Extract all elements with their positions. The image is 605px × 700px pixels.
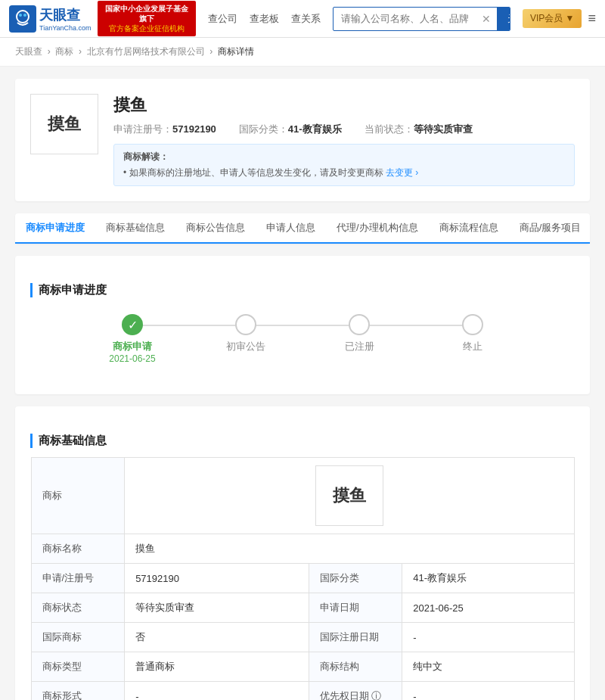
tm-name: 摸鱼 bbox=[113, 94, 575, 117]
svg-point-1 bbox=[19, 14, 22, 17]
vip-button[interactable]: VIP会员 ▼ bbox=[523, 9, 582, 28]
logo-area: 天眼查 TianYanCha.com bbox=[9, 5, 92, 33]
breadcrumb: 天眼查 › 商标 › 北京有竹居网络技术有限公司 › 商标详情 bbox=[0, 38, 605, 67]
breadcrumb-trademark[interactable]: 商标 bbox=[55, 46, 73, 57]
value-apply-date: 2021-06-25 bbox=[402, 593, 574, 623]
value-tm-type: 普通商标 bbox=[125, 652, 309, 682]
header: 天眼查 TianYanCha.com 国家中小企业发展子基金旗下 官方备案企业征… bbox=[0, 0, 605, 38]
info-table: 商标 摸鱼 商标名称 摸鱼 申请/注册号 57192190 国际分类 41-教育… bbox=[30, 457, 575, 700]
progress-step-3: 已注册 bbox=[302, 314, 416, 353]
nav-links: 查公司 查老板 查关系 bbox=[208, 12, 321, 26]
promo-line2: 官方备案企业征信机构 bbox=[102, 23, 191, 33]
search-area: ✕ 天眼一下 bbox=[333, 7, 510, 31]
breadcrumb-home[interactable]: 天眼查 bbox=[15, 46, 42, 57]
value-tm-structure: 纯中文 bbox=[402, 652, 574, 682]
tm-info: 摸鱼 申请注册号：57192190 国际分类：41-教育娱乐 当前状态：等待实质… bbox=[113, 94, 575, 186]
table-row-name: 商标名称 摸鱼 bbox=[31, 534, 574, 564]
breadcrumb-company[interactable]: 北京有竹居网络技术有限公司 bbox=[87, 46, 205, 57]
nav-relation[interactable]: 查关系 bbox=[291, 12, 321, 26]
label-trademark: 商标 bbox=[31, 458, 125, 534]
logo-subtext: TianYanCha.com bbox=[39, 24, 92, 32]
value-int-class: 41-教育娱乐 bbox=[402, 564, 574, 593]
value-trademark-image: 摸鱼 bbox=[125, 458, 574, 534]
step-circle-done: ✓ bbox=[122, 314, 143, 335]
step-circle-empty-4 bbox=[462, 314, 483, 335]
step-label-3: 已注册 bbox=[345, 340, 374, 353]
label-reg-no: 申请/注册号 bbox=[31, 564, 125, 593]
promo-banner: 国家中小企业发展子基金旗下 官方备案企业征信机构 bbox=[98, 1, 196, 36]
value-tm-form: - bbox=[125, 682, 309, 701]
tab-flow[interactable]: 商标流程信息 bbox=[429, 213, 509, 244]
value-intl-tm: 否 bbox=[125, 623, 309, 652]
progress-step-2: 初审公告 bbox=[189, 314, 302, 353]
tab-agency[interactable]: 代理/办理机构信息 bbox=[326, 213, 429, 244]
svg-point-0 bbox=[17, 11, 29, 23]
progress-title: 商标申请进度 bbox=[30, 283, 575, 297]
notice-link[interactable]: 去变更 › bbox=[386, 167, 418, 178]
tabs: 商标申请进度 商标基础信息 商标公告信息 申请人信息 代理/办理机构信息 商标流… bbox=[15, 213, 590, 244]
table-row-reg: 申请/注册号 57192190 国际分类 41-教育娱乐 bbox=[31, 564, 574, 593]
tabs-card: 商标申请进度 商标基础信息 商标公告信息 申请人信息 代理/办理机构信息 商标流… bbox=[15, 213, 590, 244]
step-label-1: 商标申请 bbox=[113, 340, 152, 353]
table-row-form: 商标形式 - 优先权日期 ⓘ - bbox=[31, 682, 574, 701]
label-intl-tm: 国际商标 bbox=[31, 623, 125, 652]
tab-basic[interactable]: 商标基础信息 bbox=[95, 213, 175, 244]
progress-step-1: ✓ 商标申请 2021-06-25 bbox=[76, 314, 189, 364]
value-reg-no: 57192190 bbox=[125, 564, 309, 593]
table-row-intl: 国际商标 否 国际注册日期 - bbox=[31, 623, 574, 652]
basic-info-title: 商标基础信息 bbox=[30, 434, 575, 448]
value-intl-reg-date: - bbox=[402, 623, 574, 652]
tab-goods[interactable]: 商品/服务项目 bbox=[509, 213, 590, 244]
label-int-class: 国际分类 bbox=[309, 564, 402, 593]
search-clear-icon[interactable]: ✕ bbox=[476, 13, 497, 25]
label-apply-date: 申请日期 bbox=[309, 593, 402, 623]
logo-icon bbox=[9, 5, 36, 33]
label-tm-form: 商标形式 bbox=[31, 682, 125, 701]
main-content: 摸鱼 摸鱼 申请注册号：57192190 国际分类：41-教育娱乐 当前状态：等… bbox=[0, 67, 605, 700]
label-priority-date: 优先权日期 ⓘ bbox=[309, 682, 402, 701]
label-tm-type: 商标类型 bbox=[31, 652, 125, 682]
value-tm-status: 等待实质审查 bbox=[125, 593, 309, 623]
logo-text-area: 天眼查 TianYanCha.com bbox=[39, 6, 92, 32]
value-priority-date: - bbox=[402, 682, 574, 701]
label-tm-structure: 商标结构 bbox=[309, 652, 402, 682]
step-date-1: 2021-06-25 bbox=[109, 353, 155, 364]
tm-image-box: 摸鱼 bbox=[30, 94, 98, 154]
basic-info-card: 商标基础信息 商标 摸鱼 商标名称 摸鱼 申请/注册号 57192190 国际分… bbox=[15, 406, 590, 700]
step-circle-empty-3 bbox=[349, 314, 370, 335]
svg-point-2 bbox=[23, 14, 26, 17]
tm-reg-no: 申请注册号：57192190 bbox=[113, 123, 216, 136]
breadcrumb-current: 商标详情 bbox=[218, 46, 254, 57]
progress-area: ✓ 商标申请 2021-06-25 初审公告 已注册 终止 bbox=[30, 306, 575, 379]
label-intl-reg-date: 国际注册日期 bbox=[309, 623, 402, 652]
progress-card: 商标申请进度 ✓ 商标申请 2021-06-25 初审公告 bbox=[15, 256, 590, 394]
tm-meta: 申请注册号：57192190 国际分类：41-教育娱乐 当前状态：等待实质审查 bbox=[113, 123, 575, 136]
logo-name: 天眼查 bbox=[39, 6, 92, 24]
label-tm-status: 商标状态 bbox=[31, 593, 125, 623]
table-row-status: 商标状态 等待实质审查 申请日期 2021-06-25 bbox=[31, 593, 574, 623]
search-button[interactable]: 天眼一下 bbox=[497, 8, 510, 30]
notice-text: • 如果商标的注册地址、申请人等信息发生变化，请及时变更商标 去变更 › bbox=[123, 166, 565, 179]
promo-line1: 国家中小企业发展子基金旗下 bbox=[102, 4, 191, 23]
notice-title: 商标解读： bbox=[123, 151, 565, 163]
trademark-overview-card: 摸鱼 摸鱼 申请注册号：57192190 国际分类：41-教育娱乐 当前状态：等… bbox=[15, 79, 590, 201]
nav-company[interactable]: 查公司 bbox=[208, 12, 237, 26]
tm-notice: 商标解读： • 如果商标的注册地址、申请人等信息发生变化，请及时变更商标 去变更… bbox=[113, 144, 575, 186]
progress-step-4: 终止 bbox=[416, 314, 529, 353]
tm-status: 当前状态：等待实质审查 bbox=[365, 123, 473, 136]
step-label-2: 初审公告 bbox=[226, 340, 265, 353]
tm-int-class: 国际分类：41-教育娱乐 bbox=[239, 123, 342, 136]
tm-header: 摸鱼 摸鱼 申请注册号：57192190 国际分类：41-教育娱乐 当前状态：等… bbox=[30, 94, 575, 186]
label-tm-name: 商标名称 bbox=[31, 534, 125, 564]
menu-icon[interactable]: ≡ bbox=[588, 11, 596, 26]
tm-table-image: 摸鱼 bbox=[315, 465, 383, 526]
step-label-4: 终止 bbox=[463, 340, 482, 353]
table-row-type: 商标类型 普通商标 商标结构 纯中文 bbox=[31, 652, 574, 682]
tab-progress[interactable]: 商标申请进度 bbox=[15, 213, 95, 244]
tab-announcement[interactable]: 商标公告信息 bbox=[175, 213, 256, 244]
nav-boss[interactable]: 查老板 bbox=[250, 12, 279, 26]
tab-applicant[interactable]: 申请人信息 bbox=[256, 213, 326, 244]
search-input[interactable] bbox=[334, 8, 476, 29]
table-row-trademark-image: 商标 摸鱼 bbox=[31, 458, 574, 534]
value-tm-name: 摸鱼 bbox=[125, 534, 574, 564]
